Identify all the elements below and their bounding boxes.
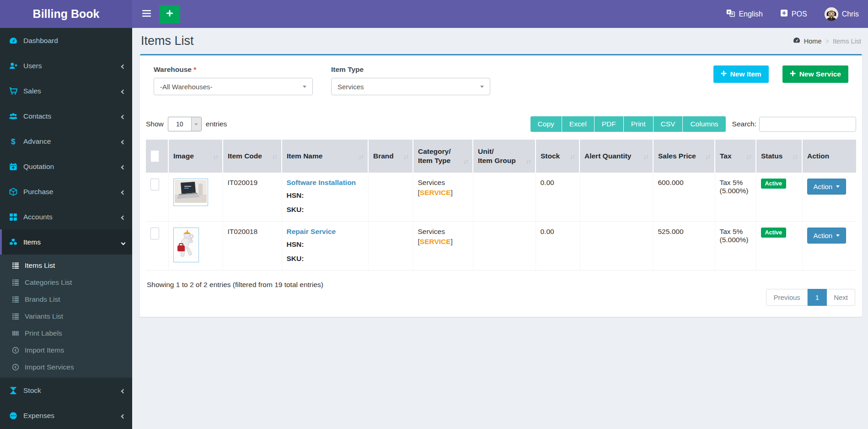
- submenu-item-items-list[interactable]: Items List: [0, 257, 132, 274]
- chevron-left-icon: [122, 62, 125, 70]
- new-service-button[interactable]: New Service: [782, 65, 848, 83]
- sidebar-item-label: Sales: [23, 87, 41, 95]
- sidebar-item-dashboard[interactable]: Dashboard: [0, 28, 132, 53]
- sidebar-item-users[interactable]: Users: [0, 53, 132, 78]
- category-value: Services: [418, 228, 468, 236]
- sidebar-item-items[interactable]: Items: [0, 229, 132, 255]
- next-page-button[interactable]: Next: [827, 289, 855, 306]
- export-button-group: Copy Excel PDF Print CSV Columns: [530, 116, 726, 132]
- pos-button[interactable]: POS: [780, 9, 807, 19]
- previous-page-button[interactable]: Previous: [766, 289, 807, 306]
- columns-button[interactable]: Columns: [683, 116, 725, 132]
- column-header-image[interactable]: Image: [173, 152, 194, 161]
- column-header-brand[interactable]: Brand: [373, 152, 394, 161]
- list-icon: [12, 296, 19, 303]
- item-type-tag: [SERVICE]: [418, 238, 468, 246]
- sort-icon[interactable]: ↓↑: [463, 157, 468, 165]
- submenu-item-print-labels[interactable]: Print Labels: [0, 325, 132, 342]
- chevron-left-icon: [122, 188, 125, 196]
- sort-icon[interactable]: ↓↑: [643, 153, 648, 161]
- copy-button[interactable]: Copy: [530, 116, 562, 132]
- item-name-link[interactable]: Software Installation: [287, 179, 356, 187]
- submenu-item-import-services[interactable]: Import Services: [0, 358, 132, 375]
- submenu-item-import-items[interactable]: Import Items: [0, 342, 132, 358]
- sidebar-item-label: Expenses: [23, 412, 54, 420]
- list-icon: [12, 262, 19, 269]
- sort-icon[interactable]: ↓↑: [705, 153, 710, 161]
- item-name-link[interactable]: Repair Service: [287, 228, 336, 236]
- column-header-stock[interactable]: Stock: [541, 152, 560, 161]
- chevron-left-icon: [122, 163, 125, 171]
- column-header-sales-price[interactable]: Sales Price: [658, 152, 696, 161]
- page-size-select[interactable]: 10: [168, 117, 202, 131]
- submenu-item-variants-list[interactable]: Variants List: [0, 308, 132, 325]
- sidebar-item-contacts[interactable]: Contacts: [0, 103, 132, 129]
- action-dropdown-button[interactable]: Action: [807, 179, 847, 195]
- tax-name: Tax 5%: [720, 179, 751, 187]
- sidebar-item-advance[interactable]: $ Advance: [0, 129, 132, 154]
- sidebar-item-accounts[interactable]: Accounts: [0, 204, 132, 229]
- pdf-button[interactable]: PDF: [595, 116, 624, 132]
- breadcrumb-current: Items List: [833, 38, 861, 45]
- csv-button[interactable]: CSV: [654, 116, 683, 132]
- sort-icon[interactable]: ↓↑: [793, 153, 798, 161]
- sort-icon[interactable]: ↓↑: [403, 153, 408, 161]
- row-checkbox[interactable]: [150, 179, 159, 190]
- user-menu[interactable]: Chris: [825, 7, 859, 21]
- navbar: A English POS: [132, 0, 868, 28]
- tax-percent: (5.000%): [720, 236, 751, 244]
- sort-icon[interactable]: ↓↑: [359, 153, 364, 161]
- print-button[interactable]: Print: [624, 116, 654, 132]
- sales-price-value: 600.000: [658, 179, 684, 186]
- new-item-button[interactable]: New Item: [713, 65, 769, 83]
- sort-icon[interactable]: ↓↑: [570, 153, 575, 161]
- sidebar-item-label: Dashboard: [23, 37, 58, 45]
- warehouse-filter: Warehouse * -All Warehouses-: [154, 65, 313, 95]
- column-header-status[interactable]: Status: [761, 152, 782, 161]
- sort-icon[interactable]: ↓↑: [213, 153, 218, 161]
- chevron-left-icon: [122, 112, 125, 120]
- plus-icon: [790, 70, 796, 78]
- chevron-left-icon: [122, 137, 125, 146]
- column-header-item-code[interactable]: Item Code: [228, 152, 262, 161]
- quick-add-button[interactable]: [159, 5, 180, 23]
- column-header-unit[interactable]: Unit/Item Group: [478, 147, 516, 165]
- column-header-item-name[interactable]: Item Name: [287, 152, 322, 161]
- submenu-item-categories-list[interactable]: Categories List: [0, 274, 132, 291]
- navbar-right: A English POS: [726, 7, 859, 21]
- pagination: Previous 1 Next: [766, 289, 855, 306]
- sort-icon[interactable]: ↓↑: [746, 153, 751, 161]
- app-logo[interactable]: Billing Book: [0, 0, 132, 28]
- topbar: Billing Book A En: [0, 0, 868, 28]
- language-menu[interactable]: A English: [726, 9, 762, 19]
- sidebar-item-quotation[interactable]: Quotation: [0, 154, 132, 179]
- select-all-checkbox[interactable]: [150, 150, 159, 162]
- sidebar-item-sales[interactable]: Sales: [0, 78, 132, 103]
- item-image-laptop[interactable]: [173, 179, 208, 206]
- row-checkbox[interactable]: [150, 228, 159, 239]
- item-type-select[interactable]: Services: [331, 78, 490, 95]
- item-code: IT020019: [228, 179, 258, 186]
- search-input[interactable]: [759, 117, 856, 132]
- sort-icon[interactable]: ↓↑: [526, 157, 531, 165]
- sidebar-item-purchase[interactable]: Purchase: [0, 179, 132, 204]
- excel-button[interactable]: Excel: [562, 116, 595, 132]
- minus-circle-icon: [9, 412, 17, 420]
- table-row: IT020018 Repair Service HSN: SKU: Servic…: [146, 222, 856, 271]
- sidebar-toggle-button[interactable]: [138, 5, 155, 23]
- chevron-left-icon: [122, 412, 125, 420]
- item-type-filter: Item Type Services: [331, 65, 490, 95]
- column-header-tax[interactable]: Tax: [720, 152, 732, 161]
- entries-label: entries: [206, 120, 227, 128]
- breadcrumb-home-link[interactable]: Home: [804, 38, 822, 45]
- sidebar-item-expenses[interactable]: Expenses: [0, 403, 132, 428]
- sidebar-item-stock[interactable]: Stock: [0, 378, 132, 403]
- column-header-category[interactable]: Category/Item Type: [418, 147, 451, 165]
- page-number-button[interactable]: 1: [808, 289, 827, 306]
- sort-icon[interactable]: ↓↑: [272, 153, 277, 161]
- action-dropdown-button[interactable]: Action: [807, 228, 847, 244]
- submenu-item-brands-list[interactable]: Brands List: [0, 291, 132, 308]
- column-header-alert-quantity[interactable]: Alert Quantity: [584, 152, 631, 161]
- warehouse-select[interactable]: -All Warehouses-: [154, 78, 313, 95]
- item-image-repair[interactable]: [173, 228, 199, 262]
